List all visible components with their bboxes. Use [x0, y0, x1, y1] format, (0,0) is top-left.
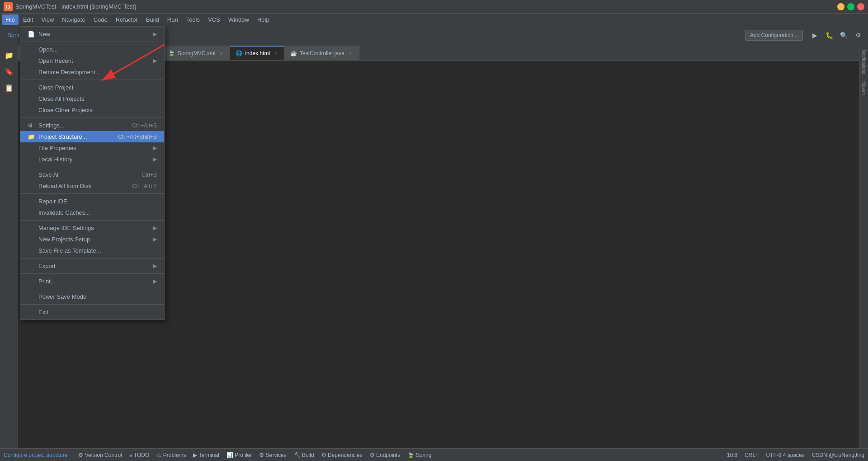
tab-testcontroller[interactable]: ☕ TestController.java ×	[285, 46, 359, 60]
title-text: SpringMVCTest - index.html [SpringMVC-Te…	[15, 3, 136, 10]
menu-help[interactable]: Help	[254, 14, 273, 25]
separator-5	[20, 193, 164, 194]
tab-close-springmvc[interactable]: ×	[218, 50, 224, 56]
todo-status[interactable]: ≡ TODO	[129, 452, 150, 458]
close-button[interactable]	[857, 3, 864, 10]
right-sidebar: Notifications Maven	[859, 44, 868, 448]
menu-tools[interactable]: Tools	[183, 14, 203, 25]
tab-close-index[interactable]: ×	[273, 50, 279, 56]
menu-entry-project-structure[interactable]: 📁 Project Structure... Ctrl+Alt+Shift+S	[20, 131, 164, 142]
tab-springmvc-xml[interactable]: 🍃 SpringMVC.xml ×	[163, 46, 230, 60]
title-bar-left: IJ SpringMVCTest - index.html [SpringMVC…	[4, 2, 136, 11]
menu-vcs[interactable]: VCS	[204, 14, 224, 25]
separator-2	[20, 80, 164, 80]
sidebar-structure-icon[interactable]: 📋	[2, 80, 16, 95]
endpoints-status[interactable]: ⚙ Endpoints	[370, 452, 401, 458]
build-status[interactable]: 🔨 Build	[294, 452, 314, 458]
spring-status[interactable]: 🍃 Spring	[407, 452, 431, 458]
separator-1	[20, 42, 164, 42]
menu-window[interactable]: Window	[225, 14, 253, 25]
maximize-button[interactable]	[847, 3, 854, 10]
new-icon: 📄	[28, 31, 35, 38]
indent-info: UTF-8 4 spaces	[766, 452, 804, 458]
tab-index-html[interactable]: 🌐 index.html ×	[230, 46, 285, 60]
menu-edit[interactable]: Edit	[19, 14, 37, 25]
menu-build[interactable]: Build	[142, 14, 163, 25]
menu-entry-file-properties[interactable]: File Properties ▶	[20, 142, 164, 154]
notifications-label[interactable]: Notifications	[860, 46, 867, 78]
user-info: CSDN @LiuNengJing	[812, 452, 864, 458]
sidebar-project-icon[interactable]: 📁	[2, 48, 16, 62]
cursor-position: 10:8	[727, 452, 737, 458]
status-right: 10:8 CRLF UTF-8 4 spaces CSDN @LiuNengJi…	[727, 452, 864, 458]
separator-6	[20, 220, 164, 221]
app-icon: IJ	[4, 2, 13, 11]
version-control-status[interactable]: ⚙ Version Control	[78, 452, 122, 458]
menu-entry-new-projects-setup[interactable]: New Projects Setup ▶	[20, 234, 164, 245]
sidebar-bookmarks-icon[interactable]: 🔖	[2, 64, 16, 79]
maven-label[interactable]: Maven	[860, 78, 867, 99]
menu-entry-remote-dev[interactable]: Remote Development...	[20, 66, 164, 78]
window-controls[interactable]	[837, 3, 864, 10]
dependencies-status[interactable]: ⚙ Dependencies	[321, 452, 363, 458]
menu-entry-local-history[interactable]: Local History ▶	[20, 154, 164, 165]
services-status[interactable]: ⚙ Services	[259, 452, 286, 458]
menu-code[interactable]: Code	[90, 14, 111, 25]
menu-entry-close-other-projects[interactable]: Close Other Projects	[20, 104, 164, 116]
menu-entry-export[interactable]: Export ▶	[20, 260, 164, 272]
menu-entry-settings[interactable]: ⚙ Settings... Ctrl+Alt+S	[20, 120, 164, 131]
toolbar-right: ▶ 🐛 🔍 ⚙	[808, 29, 864, 42]
line-ending: CRLF	[745, 452, 759, 458]
menu-run[interactable]: Run	[164, 14, 182, 25]
menu-entry-save-file-template[interactable]: Save File as Template...	[20, 245, 164, 256]
menu-entry-exit[interactable]: Exit	[20, 306, 164, 318]
menu-bar: File Edit View Navigate Code Refactor Bu…	[0, 14, 868, 26]
separator-10	[20, 304, 164, 305]
status-bar: Configure project structure ⚙ Version Co…	[0, 448, 868, 461]
run-button[interactable]: ▶	[808, 29, 821, 42]
separator-9	[20, 289, 164, 289]
menu-entry-reload-disk[interactable]: Reload All from Disk Ctrl+Alt+Y	[20, 180, 164, 192]
separator-7	[20, 258, 164, 259]
title-bar: IJ SpringMVCTest - index.html [SpringMVC…	[0, 0, 868, 14]
menu-entry-open-recent[interactable]: Open Recent ▶	[20, 55, 164, 66]
add-configuration-button[interactable]: Add Configuration...	[745, 30, 803, 41]
problems-status[interactable]: ⚠ Problems	[156, 452, 186, 458]
menu-entry-save-all[interactable]: Save All Ctrl+S	[20, 169, 164, 180]
left-sidebar: 📁 🔖 📋	[0, 44, 18, 448]
menu-entry-manage-ide-settings[interactable]: Manage IDE Settings ▶	[20, 222, 164, 234]
menu-view[interactable]: View	[38, 14, 57, 25]
search-button[interactable]: 🔍	[837, 29, 850, 42]
profiler-status[interactable]: 📊 Profiler	[226, 452, 252, 458]
menu-entry-repair-ide[interactable]: Repair IDE	[20, 196, 164, 207]
menu-file[interactable]: File	[2, 14, 19, 25]
menu-refactor[interactable]: Refactor	[112, 14, 142, 25]
file-menu: 📄 New ▶ Open... Open Recent ▶ Remote Dev…	[20, 26, 165, 320]
menu-entry-invalidate-caches[interactable]: Invalidate Caches...	[20, 207, 164, 218]
menu-entry-close-all-projects[interactable]: Close All Projects	[20, 93, 164, 104]
menu-entry-print[interactable]: Print... ▶	[20, 276, 164, 287]
menu-entry-open[interactable]: Open...	[20, 44, 164, 55]
debug-button[interactable]: 🐛	[823, 29, 835, 42]
separator-4	[20, 167, 164, 167]
separator-8	[20, 273, 164, 274]
menu-entry-power-save-mode[interactable]: Power Save Mode	[20, 291, 164, 302]
settings-button[interactable]: ⚙	[852, 29, 864, 42]
separator-3	[20, 118, 164, 118]
terminal-status[interactable]: ▶ Terminal	[193, 452, 219, 458]
menu-entry-close-project[interactable]: Close Project	[20, 82, 164, 93]
minimize-button[interactable]	[837, 3, 844, 10]
tab-close-testcontroller[interactable]: ×	[347, 50, 354, 56]
menu-navigate[interactable]: Navigate	[58, 14, 89, 25]
configure-project-structure[interactable]: Configure project structure	[4, 452, 67, 458]
menu-entry-new[interactable]: 📄 New ▶	[20, 28, 164, 40]
